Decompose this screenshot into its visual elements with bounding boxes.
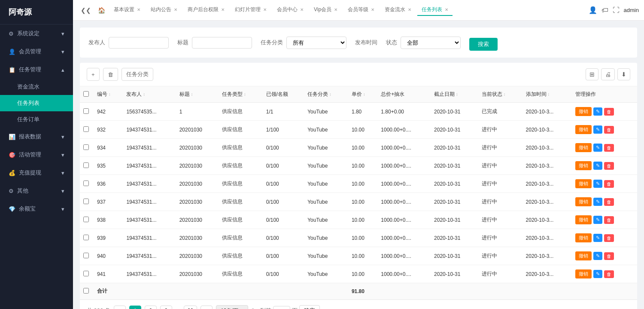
nav-back-btn[interactable]: ❮❮ — [78, 5, 94, 15]
admin-label[interactable]: admin — [624, 7, 639, 13]
close-icon[interactable]: ✕ — [408, 7, 411, 12]
row-checkbox[interactable] — [83, 181, 89, 186]
delete-btn[interactable]: 🗑 — [604, 234, 614, 242]
edit-btn[interactable]: ✎ — [593, 252, 602, 260]
col-publisher[interactable]: 发布人 — [123, 86, 176, 103]
tab-slideshow[interactable]: 幻灯片管理 ✕ — [231, 4, 271, 16]
tab-basic[interactable]: 基本设置 ✕ — [109, 4, 145, 16]
tab-fund-flow[interactable]: 资金流水 ✕ — [380, 4, 416, 16]
add-button[interactable]: + — [87, 68, 100, 81]
nav-home-btn[interactable]: 🏠 — [95, 5, 108, 15]
edit-btn[interactable]: ✎ — [593, 198, 602, 206]
close-icon[interactable]: ✕ — [137, 7, 140, 12]
delete-btn[interactable]: 🗑 — [604, 216, 614, 224]
sidebar-item-yue[interactable]: 💎余额宝 ▾ — [0, 200, 73, 218]
page-size-select[interactable]: 10条/页 20条/页 50条/页 — [216, 305, 248, 309]
tab-notice[interactable]: 站内公告 ✕ — [146, 4, 182, 16]
row-checkbox[interactable] — [83, 126, 89, 132]
col-type[interactable]: 任务类型 — [219, 86, 263, 103]
revoke-btn[interactable]: 撤销 — [575, 197, 592, 206]
row-checkbox[interactable] — [83, 235, 89, 240]
row-checkbox[interactable] — [83, 271, 89, 276]
col-price[interactable]: 单价 — [348, 86, 377, 103]
delete-batch-button[interactable]: 🗑 — [103, 68, 118, 81]
sidebar-item-system[interactable]: ⚙系统设定 ▾ — [0, 24, 73, 43]
tab-merchant[interactable]: 商户后台权限 ✕ — [183, 4, 229, 16]
goto-confirm-btn[interactable]: 确定 — [299, 305, 320, 309]
next-page-btn[interactable]: › — [200, 306, 213, 309]
edit-btn[interactable]: ✎ — [593, 162, 602, 170]
delete-btn[interactable]: 🗑 — [604, 108, 614, 116]
delete-btn[interactable]: 🗑 — [604, 198, 614, 206]
revoke-btn[interactable]: 撤销 — [575, 233, 592, 242]
fullscreen-icon[interactable]: ⛶ — [613, 6, 620, 14]
close-icon[interactable]: ✕ — [334, 7, 337, 12]
tab-member-level[interactable]: 会员等级 ✕ — [343, 4, 379, 16]
category-button[interactable]: 任务分类 — [122, 68, 153, 81]
edit-btn[interactable]: ✎ — [593, 107, 602, 116]
revoke-btn[interactable]: 撤销 — [575, 125, 592, 134]
row-checkbox[interactable] — [83, 144, 89, 150]
page-btn-2[interactable]: 2 — [145, 306, 157, 309]
sidebar-item-task-list[interactable]: 任务列表 — [0, 95, 73, 111]
revoke-btn[interactable]: 撤销 — [575, 251, 592, 260]
col-title[interactable]: 标题 — [176, 86, 219, 103]
revoke-btn[interactable]: 撤销 — [575, 161, 592, 170]
col-status[interactable]: 当前状态 — [478, 86, 522, 103]
print-button[interactable]: 🖨 — [601, 68, 615, 80]
delete-btn[interactable]: 🗑 — [604, 180, 614, 188]
sidebar-item-member[interactable]: 👤会员管理 ▾ — [0, 43, 73, 61]
edit-btn[interactable]: ✎ — [593, 270, 602, 278]
goto-input[interactable] — [273, 306, 290, 309]
revoke-btn[interactable]: 撤销 — [575, 107, 592, 116]
row-checkbox[interactable] — [83, 162, 89, 168]
delete-btn[interactable]: 🗑 — [604, 270, 614, 278]
delete-btn[interactable]: 🗑 — [604, 126, 614, 134]
edit-btn[interactable]: ✎ — [593, 180, 602, 188]
delete-btn[interactable]: 🗑 — [604, 162, 614, 170]
page-btn-last[interactable]: 93 — [184, 306, 197, 309]
col-addtime[interactable]: 添加时间 — [522, 86, 572, 103]
search-button[interactable]: 搜索 — [469, 38, 498, 51]
delete-btn[interactable]: 🗑 — [604, 252, 614, 260]
close-icon[interactable]: ✕ — [445, 7, 448, 12]
close-icon[interactable]: ✕ — [300, 7, 304, 12]
revoke-btn[interactable]: 撤销 — [575, 143, 592, 152]
total-checkbox[interactable] — [83, 288, 89, 294]
col-id[interactable]: 编号 — [94, 86, 123, 103]
close-icon[interactable]: ✕ — [371, 7, 374, 12]
prev-page-btn[interactable]: ‹ — [114, 306, 126, 309]
export-button[interactable]: ⬇ — [617, 68, 630, 80]
edit-btn[interactable]: ✎ — [593, 125, 602, 134]
row-checkbox[interactable] — [83, 199, 89, 204]
sidebar-item-report[interactable]: 📊报表数据 ▾ — [0, 128, 73, 146]
close-icon[interactable]: ✕ — [174, 7, 177, 12]
revoke-btn[interactable]: 撤销 — [575, 179, 592, 188]
revoke-btn[interactable]: 撤销 — [575, 215, 592, 224]
title-input[interactable] — [192, 37, 252, 49]
row-checkbox[interactable] — [83, 253, 89, 258]
category-select[interactable]: 所有 YouTube — [286, 37, 346, 49]
edit-btn[interactable]: ✎ — [593, 144, 602, 152]
user-circle-icon[interactable]: 👤 — [589, 6, 597, 14]
tag-icon[interactable]: 🏷 — [601, 6, 608, 14]
sidebar-item-activity[interactable]: 🎯活动管理 ▾ — [0, 146, 73, 164]
page-btn-3[interactable]: 3 — [160, 306, 172, 309]
view-grid-button[interactable]: ⊞ — [586, 68, 598, 80]
sidebar-item-task[interactable]: 📋任务管理 ▴ — [0, 61, 73, 79]
revoke-btn[interactable]: 撤销 — [575, 269, 592, 278]
edit-btn[interactable]: ✎ — [593, 216, 602, 224]
publisher-input[interactable] — [109, 37, 169, 49]
close-icon[interactable]: ✕ — [221, 7, 225, 12]
sidebar-item-other[interactable]: ⚙其他 ▾ — [0, 182, 73, 200]
sidebar-item-task-order[interactable]: 任务订单 — [0, 111, 73, 128]
status-select[interactable]: 全部 进行中 已完成 — [401, 37, 461, 49]
select-all-checkbox[interactable] — [83, 91, 89, 97]
row-checkbox[interactable] — [83, 108, 89, 114]
row-checkbox[interactable] — [83, 217, 89, 222]
edit-btn[interactable]: ✎ — [593, 234, 602, 242]
close-icon[interactable]: ✕ — [263, 7, 267, 12]
sidebar-item-fund-flow[interactable]: 资金流水 — [0, 79, 73, 95]
refresh-icon[interactable]: ↻ — [252, 307, 257, 309]
tab-vip-center[interactable]: 会员中心 ✕ — [273, 4, 308, 16]
